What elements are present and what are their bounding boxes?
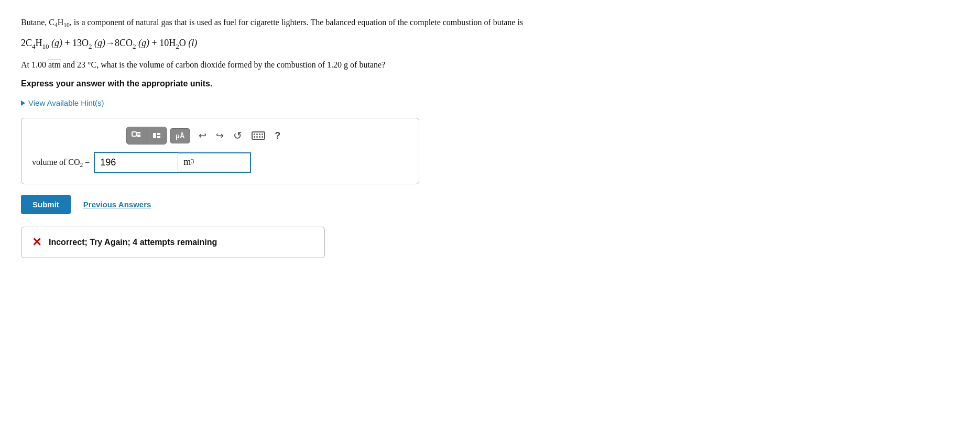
chemical-equation: 2C4H10 (g) + 13O2 (g)→8CO2 (g) + 10H2O (… [21, 36, 597, 52]
unit-display: m3 [178, 152, 251, 173]
help-icon: ? [275, 130, 280, 141]
redo-icon: ↪ [216, 130, 224, 141]
keyboard-button[interactable] [248, 129, 268, 142]
submit-button[interactable]: Submit [21, 195, 71, 214]
template-btn-group [126, 127, 167, 144]
submit-row: Submit Previous Answers [21, 195, 959, 214]
mu-label: μÅ [176, 132, 184, 140]
svg-rect-5 [157, 136, 160, 138]
undo-icon: ↩ [199, 130, 206, 141]
problem-intro: Butane, C4H10, is a component of natural… [21, 16, 597, 30]
svg-rect-1 [137, 135, 140, 137]
keyboard-icon [252, 131, 265, 140]
template-block-btn[interactable] [147, 127, 166, 144]
hint-label: View Available Hint(s) [28, 98, 104, 107]
template-fraction-btn[interactable] [127, 127, 147, 144]
result-text: Incorrect; Try Again; 4 attempts remaini… [49, 238, 217, 247]
svg-rect-2 [137, 132, 140, 133]
question-text: At 1.00 atm and 23 °C, what is the volum… [21, 58, 597, 72]
incorrect-icon: ✕ [32, 236, 41, 249]
instruction-text: Express your answer with the appropriate… [21, 77, 597, 91]
value-input[interactable] [94, 152, 178, 173]
help-button[interactable]: ? [271, 128, 284, 143]
refresh-icon: ↺ [233, 129, 242, 142]
svg-rect-4 [157, 133, 160, 135]
mu-button[interactable]: μÅ [170, 128, 190, 143]
previous-answers-link[interactable]: Previous Answers [83, 200, 151, 209]
result-box: ✕ Incorrect; Try Again; 4 attempts remai… [21, 227, 325, 258]
undo-button[interactable]: ↩ [195, 128, 210, 143]
svg-rect-0 [132, 132, 136, 136]
refresh-button[interactable]: ↺ [230, 127, 245, 144]
input-label: volume of CO2 = [32, 158, 90, 168]
hint-toggle[interactable]: View Available Hint(s) [21, 98, 959, 107]
formula-input-row: volume of CO2 = m3 [32, 152, 408, 173]
svg-rect-3 [153, 133, 156, 138]
answer-container: μÅ ↩ ↪ ↺ [21, 118, 419, 184]
hint-arrow-icon [21, 101, 25, 106]
math-toolbar: μÅ ↩ ↪ ↺ [32, 127, 408, 144]
redo-button[interactable]: ↪ [213, 128, 227, 143]
